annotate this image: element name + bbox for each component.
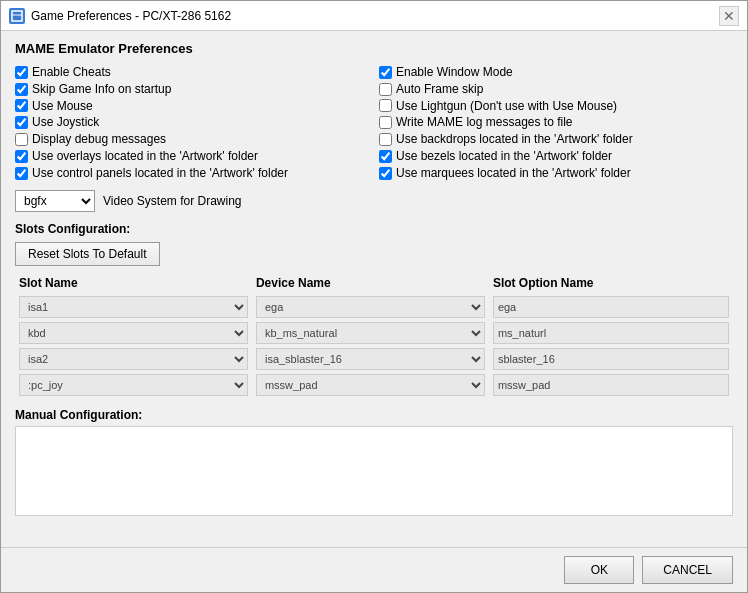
- checkbox-row-use-mouse: Use Mouse: [15, 98, 369, 115]
- enable-cheats-checkbox[interactable]: [15, 66, 28, 79]
- backdrops-label: Use backdrops located in the 'Artwork' f…: [396, 131, 633, 148]
- auto-frameskip-label: Auto Frame skip: [396, 81, 483, 98]
- display-debug-checkbox[interactable]: [15, 133, 28, 146]
- manual-config-textarea[interactable]: [15, 426, 733, 516]
- cancel-button[interactable]: CANCEL: [642, 556, 733, 584]
- enable-cheats-label: Enable Cheats: [32, 64, 111, 81]
- skip-game-info-label: Skip Game Info on startup: [32, 81, 171, 98]
- slot-name-select[interactable]: isa1: [19, 296, 248, 318]
- slot-option-input[interactable]: [493, 348, 729, 370]
- lightgun-label: Use Lightgun (Don't use with Use Mouse): [396, 98, 617, 115]
- checkbox-row-lightgun: Use Lightgun (Don't use with Use Mouse): [379, 98, 733, 115]
- checkbox-row-window-mode: Enable Window Mode: [379, 64, 733, 81]
- video-system-label: Video System for Drawing: [103, 194, 242, 208]
- checkbox-row-use-overlays: Use overlays located in the 'Artwork' fo…: [15, 148, 369, 165]
- slot-name-select[interactable]: kbd: [19, 322, 248, 344]
- col-header-slot-name: Slot Name: [15, 274, 252, 294]
- checkbox-row-enable-cheats: Enable Cheats: [15, 64, 369, 81]
- auto-frameskip-checkbox[interactable]: [379, 83, 392, 96]
- marquees-checkbox[interactable]: [379, 167, 392, 180]
- checkbox-row-skip-game-info: Skip Game Info on startup: [15, 81, 369, 98]
- checkbox-row-display-debug: Display debug messages: [15, 131, 369, 148]
- use-mouse-checkbox[interactable]: [15, 99, 28, 112]
- use-joystick-checkbox[interactable]: [15, 116, 28, 129]
- window-mode-label: Enable Window Mode: [396, 64, 513, 81]
- bezels-checkbox[interactable]: [379, 150, 392, 163]
- device-name-select[interactable]: isa_sblaster_16: [256, 348, 485, 370]
- col-header-device-name: Device Name: [252, 274, 489, 294]
- table-row: isa1ega: [15, 294, 733, 320]
- mame-section-title: MAME Emulator Preferences: [15, 41, 733, 56]
- svg-rect-0: [12, 11, 22, 21]
- table-row: :pc_joymssw_pad: [15, 372, 733, 398]
- use-overlays-label: Use overlays located in the 'Artwork' fo…: [32, 148, 258, 165]
- dialog-title: Game Preferences - PC/XT-286 5162: [31, 9, 231, 23]
- checkbox-row-auto-frameskip: Auto Frame skip: [379, 81, 733, 98]
- dialog: Game Preferences - PC/XT-286 5162 ✕ MAME…: [0, 0, 748, 593]
- use-mouse-label: Use Mouse: [32, 98, 93, 115]
- checkbox-row-use-joystick: Use Joystick: [15, 114, 369, 131]
- slot-option-input[interactable]: [493, 374, 729, 396]
- slot-option-input[interactable]: [493, 322, 729, 344]
- reset-slots-button[interactable]: Reset Slots To Default: [15, 242, 160, 266]
- footer: OK CANCEL: [1, 547, 747, 592]
- checkboxes-left-col: Enable Cheats Skip Game Info on startup …: [15, 64, 369, 182]
- checkboxes-grid: Enable Cheats Skip Game Info on startup …: [15, 64, 733, 182]
- table-row: kbdkb_ms_natural: [15, 320, 733, 346]
- backdrops-checkbox[interactable]: [379, 133, 392, 146]
- checkbox-row-use-control-panels: Use control panels located in the 'Artwo…: [15, 165, 369, 182]
- col-header-slot-option: Slot Option Name: [489, 274, 733, 294]
- close-button[interactable]: ✕: [719, 6, 739, 26]
- checkbox-row-bezels: Use bezels located in the 'Artwork' fold…: [379, 148, 733, 165]
- device-name-select[interactable]: ega: [256, 296, 485, 318]
- content-area: MAME Emulator Preferences Enable Cheats …: [1, 31, 747, 547]
- video-system-row: bgfx opengl d3d9 d3d11 none Video System…: [15, 190, 733, 212]
- checkboxes-right-col: Enable Window Mode Auto Frame skip Use L…: [379, 64, 733, 182]
- video-system-select[interactable]: bgfx opengl d3d9 d3d11 none: [15, 190, 95, 212]
- slot-name-select[interactable]: :pc_joy: [19, 374, 248, 396]
- mame-log-label: Write MAME log messages to file: [396, 114, 573, 131]
- table-row: isa2isa_sblaster_16: [15, 346, 733, 372]
- use-control-panels-checkbox[interactable]: [15, 167, 28, 180]
- window-mode-checkbox[interactable]: [379, 66, 392, 79]
- bezels-label: Use bezels located in the 'Artwork' fold…: [396, 148, 612, 165]
- slots-table: Slot Name Device Name Slot Option Name i…: [15, 274, 733, 398]
- slots-section-title: Slots Configuration:: [15, 222, 733, 236]
- slot-option-input[interactable]: [493, 296, 729, 318]
- checkbox-row-backdrops: Use backdrops located in the 'Artwork' f…: [379, 131, 733, 148]
- use-overlays-checkbox[interactable]: [15, 150, 28, 163]
- device-name-select[interactable]: kb_ms_natural: [256, 322, 485, 344]
- mame-log-checkbox[interactable]: [379, 116, 392, 129]
- marquees-label: Use marquees located in the 'Artwork' fo…: [396, 165, 631, 182]
- skip-game-info-checkbox[interactable]: [15, 83, 28, 96]
- device-name-select[interactable]: mssw_pad: [256, 374, 485, 396]
- checkbox-row-mame-log: Write MAME log messages to file: [379, 114, 733, 131]
- lightgun-checkbox[interactable]: [379, 99, 392, 112]
- dialog-icon: [9, 8, 25, 24]
- title-bar: Game Preferences - PC/XT-286 5162 ✕: [1, 1, 747, 31]
- slot-name-select[interactable]: isa2: [19, 348, 248, 370]
- checkbox-row-marquees: Use marquees located in the 'Artwork' fo…: [379, 165, 733, 182]
- use-control-panels-label: Use control panels located in the 'Artwo…: [32, 165, 288, 182]
- display-debug-label: Display debug messages: [32, 131, 166, 148]
- manual-section-title: Manual Configuration:: [15, 408, 733, 422]
- ok-button[interactable]: OK: [564, 556, 634, 584]
- use-joystick-label: Use Joystick: [32, 114, 99, 131]
